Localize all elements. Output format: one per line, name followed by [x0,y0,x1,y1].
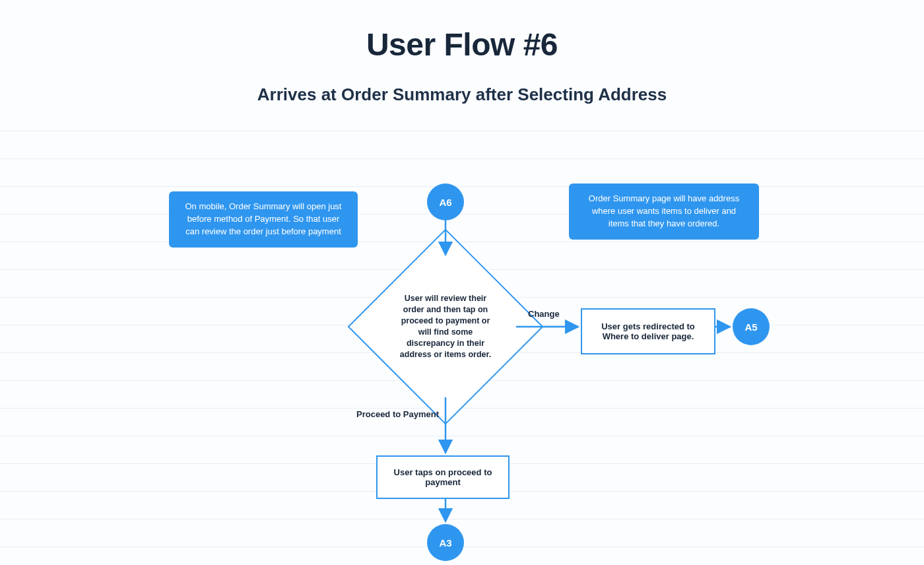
process-proceed: User taps on proceed to payment [376,455,510,499]
connector-a6: A6 [427,183,464,220]
page-subtitle: Arrives at Order Summary after Selecting… [0,84,924,105]
decision-text: User will review their order and then ta… [376,257,515,396]
rule-line [0,436,924,436]
note-right: Order Summary page will have address whe… [569,183,759,240]
rule-line [0,519,924,519]
rule-line [0,214,924,215]
edge-label-change: Change [528,309,560,319]
rule-line [0,242,924,242]
rule-line [0,186,924,187]
rule-line [0,158,924,159]
edge-label-proceed: Proceed to Payment [356,409,439,419]
note-left: On mobile, Order Summary will open just … [169,191,358,248]
process-redirect: User gets redirected to Where to deliver… [581,308,715,354]
connector-a3: A3 [427,524,464,561]
rule-line [0,131,924,131]
flow-canvas: User Flow #6 Arrives at Order Summary af… [0,0,924,565]
connector-a5: A5 [733,308,770,345]
decision-review-order: User will review their order and then ta… [376,257,515,396]
page-title: User Flow #6 [0,26,924,63]
